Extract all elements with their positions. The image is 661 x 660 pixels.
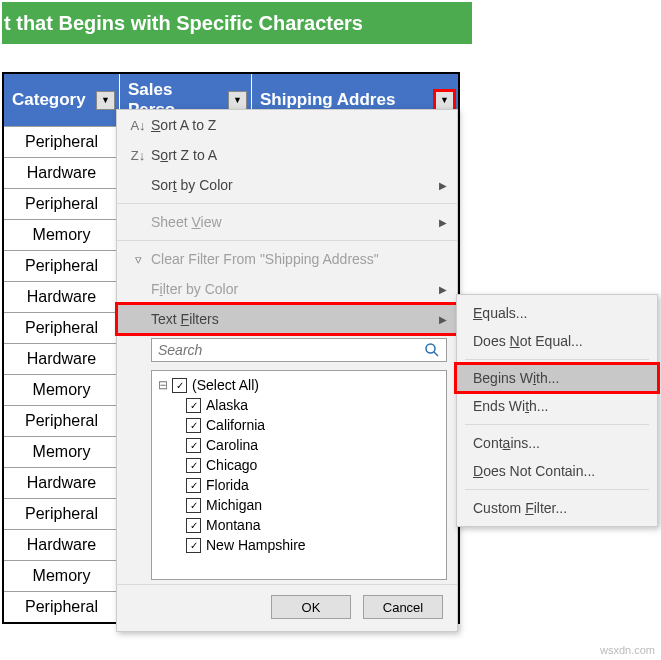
checkbox-icon[interactable]: ✓: [186, 398, 201, 413]
filter-by-color: Filter by Color ▶: [117, 274, 457, 304]
sort-asc-icon: A↓: [125, 118, 151, 133]
search-input[interactable]: [151, 338, 447, 362]
checkbox-icon[interactable]: ✓: [186, 498, 201, 513]
cell-category[interactable]: Peripheral: [4, 189, 120, 219]
checkbox-icon[interactable]: ✓: [186, 518, 201, 533]
filter-menu: A↓ Sort A to Z Z↓ Sort Z to A Sort by Co…: [116, 109, 458, 632]
checkbox-icon[interactable]: ✓: [186, 418, 201, 433]
svg-point-0: [426, 344, 435, 353]
list-item[interactable]: ✓Montana: [158, 515, 440, 535]
chevron-right-icon: ▶: [439, 180, 447, 191]
checkbox-icon[interactable]: ✓: [186, 478, 201, 493]
dialog-buttons: OK Cancel: [117, 584, 457, 631]
separator: [117, 203, 457, 204]
list-item[interactable]: ✓Michigan: [158, 495, 440, 515]
cell-category[interactable]: Peripheral: [4, 592, 120, 622]
list-item[interactable]: ✓California: [158, 415, 440, 435]
cell-category[interactable]: Hardware: [4, 530, 120, 560]
list-item[interactable]: ✓Alaska: [158, 395, 440, 415]
filter-begins-with[interactable]: Begins With...: [457, 364, 657, 392]
ok-button[interactable]: OK: [271, 595, 351, 619]
chevron-right-icon: ▶: [439, 314, 447, 325]
cell-category[interactable]: Hardware: [4, 344, 120, 374]
cell-category[interactable]: Memory: [4, 561, 120, 591]
cell-category[interactable]: Peripheral: [4, 406, 120, 436]
svg-line-1: [434, 352, 438, 356]
list-item[interactable]: ✓Chicago: [158, 455, 440, 475]
select-all-item[interactable]: ⊟ ✓ (Select All): [158, 375, 440, 395]
clear-filter: ▿ Clear Filter From "Shipping Address": [117, 244, 457, 274]
cell-category[interactable]: Peripheral: [4, 251, 120, 281]
cell-category[interactable]: Hardware: [4, 158, 120, 188]
watermark: wsxdn.com: [600, 644, 655, 656]
cell-category[interactable]: Memory: [4, 220, 120, 250]
sort-desc-icon: Z↓: [125, 148, 151, 163]
cell-category[interactable]: Memory: [4, 437, 120, 467]
clear-filter-icon: ▿: [125, 252, 151, 267]
filter-ends-with[interactable]: Ends With...: [457, 392, 657, 420]
text-filters[interactable]: Text Filters ▶: [117, 304, 457, 334]
filter-does-not-contain[interactable]: Does Not Contain...: [457, 457, 657, 485]
checkbox-icon[interactable]: ✓: [186, 438, 201, 453]
header-category[interactable]: Category ▼: [4, 74, 120, 126]
filter-dropdown-icon[interactable]: ▼: [228, 91, 247, 110]
sort-z-to-a[interactable]: Z↓ Sort Z to A: [117, 140, 457, 170]
tree-collapse-icon[interactable]: ⊟: [158, 378, 172, 392]
sort-by-color[interactable]: Sort by Color ▶: [117, 170, 457, 200]
filter-equals[interactable]: Equals...: [457, 299, 657, 327]
cancel-button[interactable]: Cancel: [363, 595, 443, 619]
checkbox-icon[interactable]: ✓: [186, 538, 201, 553]
search-row: [117, 334, 457, 366]
text-filters-submenu: Equals... Does Not Equal... Begins With.…: [456, 294, 658, 527]
page-title: t that Begins with Specific Characters: [2, 2, 472, 44]
chevron-right-icon: ▶: [439, 284, 447, 295]
sheet-view: Sheet View ▶: [117, 207, 457, 237]
cell-category[interactable]: Hardware: [4, 282, 120, 312]
filter-dropdown-icon[interactable]: ▼: [435, 91, 454, 110]
search-icon[interactable]: [423, 341, 441, 359]
cell-category[interactable]: Memory: [4, 375, 120, 405]
cell-category[interactable]: Peripheral: [4, 127, 120, 157]
header-category-label: Category: [12, 90, 86, 110]
sort-a-to-z[interactable]: A↓ Sort A to Z: [117, 110, 457, 140]
separator: [117, 240, 457, 241]
separator: [465, 424, 649, 425]
list-item[interactable]: ✓New Hampshire: [158, 535, 440, 555]
filter-custom[interactable]: Custom Filter...: [457, 494, 657, 522]
list-item[interactable]: ✓Florida: [158, 475, 440, 495]
checkbox-icon[interactable]: ✓: [186, 458, 201, 473]
filter-dropdown-icon[interactable]: ▼: [96, 91, 115, 110]
checkbox-icon[interactable]: ✓: [172, 378, 187, 393]
filter-contains[interactable]: Contains...: [457, 429, 657, 457]
separator: [465, 359, 649, 360]
cell-category[interactable]: Peripheral: [4, 499, 120, 529]
filter-checklist[interactable]: ⊟ ✓ (Select All) ✓Alaska✓California✓Caro…: [151, 370, 447, 580]
separator: [465, 489, 649, 490]
list-item[interactable]: ✓Carolina: [158, 435, 440, 455]
chevron-right-icon: ▶: [439, 217, 447, 228]
filter-does-not-equal[interactable]: Does Not Equal...: [457, 327, 657, 355]
cell-category[interactable]: Peripheral: [4, 313, 120, 343]
header-shipping-label: Shipping Addres: [260, 90, 395, 110]
cell-category[interactable]: Hardware: [4, 468, 120, 498]
